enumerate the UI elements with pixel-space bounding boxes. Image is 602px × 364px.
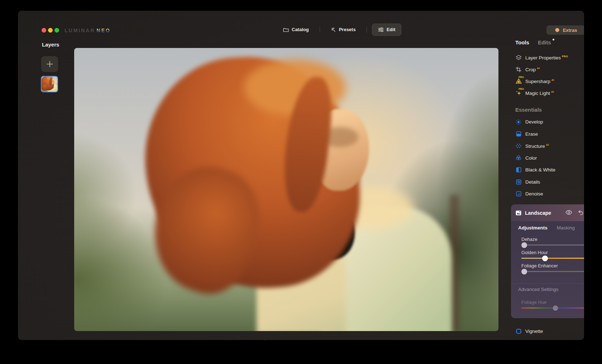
sidebar-item-layer-properties[interactable]: Layer PropertiesPRO xyxy=(515,52,584,63)
tab-edits[interactable]: Edits xyxy=(538,39,551,45)
vignette-icon xyxy=(515,329,522,334)
tab-divider xyxy=(367,27,367,33)
slider-track[interactable] xyxy=(521,258,584,259)
sidebar-item-label: Details xyxy=(525,179,540,185)
compare-icon xyxy=(260,340,269,340)
pro-mini-badge: PRO xyxy=(519,88,524,90)
sidebar-item-label: CropAI xyxy=(525,67,540,72)
panel-divider xyxy=(511,283,584,284)
zoom-button[interactable] xyxy=(54,28,59,33)
tab-adjustments[interactable]: Adjustments xyxy=(518,225,548,230)
canvas-toolbar: 267% Actions xyxy=(74,336,498,340)
compare-toggle[interactable] xyxy=(260,340,269,340)
triangle-icon: PRO xyxy=(515,78,522,84)
tab-tools[interactable]: Tools xyxy=(515,39,529,45)
tab-presets[interactable]: Presets xyxy=(325,24,362,35)
landscape-tool-panel: Landscape Adjustments Masking Dehaze xyxy=(511,204,584,318)
sidebar-item-supersharp[interactable]: PRO SupersharpAI xyxy=(515,75,584,87)
panel-header-actions xyxy=(565,210,584,215)
tab-masking[interactable]: Masking xyxy=(557,225,575,230)
sidebar-item-structure[interactable]: StructureAI xyxy=(515,140,584,152)
tab-divider xyxy=(320,27,320,33)
sidebar-item-label: SupersharpAI xyxy=(525,78,554,84)
pro-mini-badge: PRO xyxy=(519,76,524,78)
sidebar-item-label: Vignette xyxy=(525,329,543,334)
dehaze-slider: Dehaze 0 xyxy=(521,237,584,246)
dots-icon xyxy=(515,143,522,149)
slider-track[interactable] xyxy=(521,244,584,246)
sidebar-tabs: Tools Edits xyxy=(515,39,551,45)
tab-edit[interactable]: Edit xyxy=(372,24,402,36)
landscape-panel-header[interactable]: Landscape xyxy=(511,204,584,221)
slider-label: Dehaze xyxy=(521,237,538,242)
tab-catalog-label: Catalog xyxy=(292,27,309,32)
landscape-panel-tabs: Adjustments Masking xyxy=(518,225,575,230)
checker-icon xyxy=(515,179,522,185)
sidebar-item-vignette[interactable]: Vignette xyxy=(515,325,584,337)
zoom-level-dropdown[interactable]: 267% xyxy=(282,340,299,340)
pro-badge: PRO xyxy=(562,55,568,58)
actions-label: Actions xyxy=(311,340,327,340)
app-window: LUMINARNEO Catalog Presets xyxy=(18,11,584,340)
slider-handle[interactable] xyxy=(542,256,548,261)
sidebar-item-black-white[interactable]: Black & White xyxy=(515,164,584,176)
add-layer-button[interactable] xyxy=(41,56,58,72)
image-canvas[interactable] xyxy=(74,48,498,331)
actions-dropdown[interactable]: Actions xyxy=(311,340,333,340)
wand-icon xyxy=(331,27,336,32)
layer-thumbnail[interactable] xyxy=(41,76,58,92)
golden-hour-slider: Golden Hour 34 xyxy=(521,250,584,259)
ai-badge: AI xyxy=(546,143,549,146)
extras-label: Extras xyxy=(563,28,577,33)
sidebar-item-erase[interactable]: Erase xyxy=(515,128,584,140)
ai-badge: AI xyxy=(537,67,540,70)
noise-icon xyxy=(515,191,522,196)
slider-label: Golden Hour xyxy=(521,250,548,255)
tab-edits-label: Edits xyxy=(538,39,551,45)
landscape-icon xyxy=(516,210,521,215)
half-square-icon xyxy=(515,167,522,173)
slider-handle[interactable] xyxy=(521,269,527,275)
ai-badge: AI xyxy=(551,90,554,93)
slider-handle[interactable] xyxy=(521,242,527,248)
sidebar-item-label: Magic LightAI xyxy=(525,90,554,96)
eraser-icon xyxy=(515,131,522,137)
sidebar-item-develop[interactable]: Develop xyxy=(515,116,584,128)
slider-track[interactable] xyxy=(521,307,584,309)
photo-portrait-woman xyxy=(74,48,498,331)
minimize-button[interactable] xyxy=(48,28,53,33)
sidebar-item-color[interactable]: Color xyxy=(515,152,584,164)
sidebar-item-label: Erase xyxy=(525,131,538,137)
slider-handle[interactable] xyxy=(553,305,558,311)
tab-catalog[interactable]: Catalog xyxy=(277,24,315,35)
sidebar-item-magic-light[interactable]: PRO Magic LightAI xyxy=(515,87,584,99)
visibility-eye-icon[interactable] xyxy=(565,210,572,215)
crop-icon xyxy=(515,67,522,72)
tab-presets-label: Presets xyxy=(339,27,356,32)
landscape-panel-title-text: Landscape xyxy=(525,210,551,216)
close-button[interactable] xyxy=(42,28,46,33)
sidebar-item-denoise[interactable]: Denoise xyxy=(515,188,584,200)
preview-toggle[interactable] xyxy=(240,340,248,340)
puzzle-icon xyxy=(555,28,560,33)
advanced-settings-label: Advanced Settings xyxy=(518,287,559,292)
advanced-settings-toggle[interactable]: Advanced Settings xyxy=(518,287,584,292)
section-essentials: Essentials xyxy=(515,107,542,113)
eye-icon xyxy=(240,340,248,340)
reset-undo-icon[interactable] xyxy=(578,210,583,215)
extras-button[interactable]: Extras xyxy=(546,25,584,35)
layers-panel-title: Layers xyxy=(42,42,59,48)
folder-icon xyxy=(283,27,289,32)
sidebar-item-details[interactable]: Details xyxy=(515,176,584,188)
sidebar-item-label: Black & White xyxy=(525,167,555,173)
sidebar-item-crop[interactable]: CropAI xyxy=(515,63,584,75)
sidebar-item-label: Color xyxy=(525,155,537,161)
sliders-icon xyxy=(378,27,384,32)
slider-track[interactable] xyxy=(521,271,584,272)
foliage-enhancer-slider: Foliage Enhancer 0 xyxy=(521,263,584,272)
sparkles-icon: PRO xyxy=(515,90,522,96)
slider-label: Foliage Enhancer xyxy=(521,263,558,268)
sidebar-item-label: Develop xyxy=(525,119,543,125)
layer-thumbnail-image xyxy=(41,76,58,92)
sun-icon xyxy=(515,119,522,125)
